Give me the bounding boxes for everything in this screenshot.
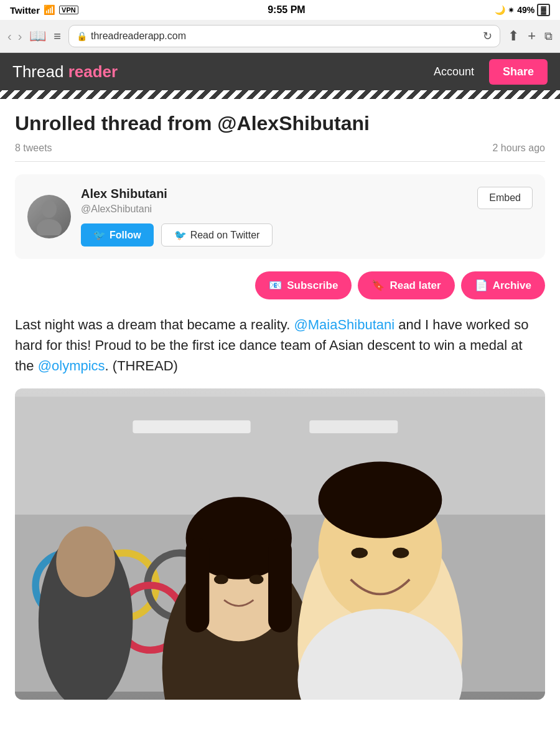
twitter-icon-small: 🐦 (174, 229, 187, 241)
svg-rect-14 (186, 538, 210, 632)
vpn-badge: VPN (59, 6, 78, 14)
svg-point-0 (42, 200, 57, 218)
svg-point-21 (352, 548, 368, 558)
read-later-icon: 🔖 (371, 279, 385, 292)
bluetooth-icon: ✴ (508, 6, 515, 15)
logo-reader: reader (68, 62, 118, 81)
browser-chrome: ‹ › 📖 ≡ 🔒 threadreaderapp.com ↻ ⬆ + ⧉ (0, 20, 560, 53)
account-button[interactable]: Account (426, 60, 482, 83)
menu-icon[interactable]: ≡ (54, 29, 61, 44)
archive-icon: 📄 (475, 279, 488, 292)
subscribe-label: Subscribe (287, 280, 338, 292)
svg-point-16 (214, 575, 228, 585)
app-header: Thread reader Account Share (0, 53, 560, 90)
svg-point-20 (319, 462, 442, 538)
header-actions: Account Share (426, 59, 548, 85)
subscribe-icon: 📧 (269, 279, 282, 292)
author-info: Alex Shibutani @AlexShibutani 🐦 Follow 🐦… (27, 187, 273, 247)
tweet-content: Last night was a dream that became a rea… (15, 314, 545, 376)
status-right: 🌙 ✴ 49% ▓ (495, 4, 550, 16)
app-logo: Thread reader (12, 62, 118, 82)
svg-point-22 (393, 548, 409, 558)
forward-button[interactable]: › (18, 29, 22, 44)
read-on-twitter-button[interactable]: 🐦 Read on Twitter (161, 223, 273, 247)
svg-rect-3 (133, 421, 250, 434)
avatar-placeholder (27, 195, 71, 238)
battery-icon: ▓ (537, 4, 550, 16)
address-bar[interactable]: 🔒 threadreaderapp.com ↻ (68, 25, 500, 47)
lock-icon: 🔒 (77, 31, 87, 41)
read-later-label: Read later (390, 280, 441, 292)
archive-button[interactable]: 📄 Archive (461, 271, 545, 299)
zigzag-decoration (0, 90, 560, 99)
logo-thread: Thread (12, 62, 63, 81)
mention-maia[interactable]: @MaiaShibutani (294, 317, 394, 332)
mention-olympics[interactable]: @olympics (38, 358, 105, 374)
status-left: Twitter 📶 VPN (10, 4, 78, 16)
carrier-label: Twitter (10, 5, 40, 16)
time-ago: 2 hours ago (492, 143, 545, 154)
author-card: Alex Shibutani @AlexShibutani 🐦 Follow 🐦… (15, 174, 545, 259)
read-later-button[interactable]: 🔖 Read later (358, 271, 454, 299)
embed-button[interactable]: Embed (477, 187, 533, 209)
back-button[interactable]: ‹ (7, 29, 12, 44)
subscribe-button[interactable]: 📧 Subscribe (255, 271, 352, 299)
moon-icon: 🌙 (495, 5, 505, 15)
svg-point-17 (250, 575, 264, 585)
share-action-icon[interactable]: ⬆ (508, 28, 519, 44)
refresh-icon[interactable]: ↻ (483, 29, 492, 43)
tweet-text-part1: Last night was a dream that became a rea… (15, 317, 294, 332)
browser-nav: ‹ › (7, 29, 22, 44)
wifi-icon: 📶 (44, 4, 55, 16)
svg-point-1 (37, 219, 62, 235)
twitter-bird-icon: 🐦 (93, 229, 106, 241)
author-details: Alex Shibutani @AlexShibutani 🐦 Follow 🐦… (81, 187, 273, 247)
status-bar: Twitter 📶 VPN 9:55 PM 🌙 ✴ 49% ▓ (0, 0, 560, 20)
tweet-text-part3: . (THREAD) (105, 358, 178, 374)
image-placeholder (15, 388, 545, 700)
svg-rect-4 (309, 421, 398, 434)
author-handle: @AlexShibutani (81, 204, 273, 215)
add-tab-icon[interactable]: + (528, 28, 536, 44)
tabs-icon[interactable]: ⧉ (544, 30, 553, 43)
action-buttons: 📧 Subscribe 🔖 Read later 📄 Archive (15, 271, 545, 299)
browser-actions: ⬆ + ⧉ (508, 28, 553, 44)
main-content: Unrolled thread from @AlexShibutani 8 tw… (0, 99, 560, 712)
thread-meta: 8 tweets 2 hours ago (15, 143, 545, 162)
archive-label: Archive (493, 280, 531, 292)
thread-title: Unrolled thread from @AlexShibutani (15, 111, 545, 135)
tweet-image (15, 388, 545, 700)
svg-rect-15 (268, 538, 292, 632)
url-text: threadreaderapp.com (91, 31, 479, 42)
bookmarks-icon[interactable]: 📖 (29, 28, 46, 44)
follow-button[interactable]: 🐦 Follow (81, 223, 154, 247)
avatar (27, 195, 71, 238)
share-button[interactable]: Share (489, 59, 548, 85)
tweet-count: 8 tweets (15, 143, 52, 154)
author-buttons: 🐦 Follow 🐦 Read on Twitter (81, 223, 273, 247)
svg-point-25 (56, 527, 115, 598)
battery-label: 49% (517, 5, 534, 15)
author-name: Alex Shibutani (81, 187, 273, 201)
status-time: 9:55 PM (268, 4, 305, 16)
